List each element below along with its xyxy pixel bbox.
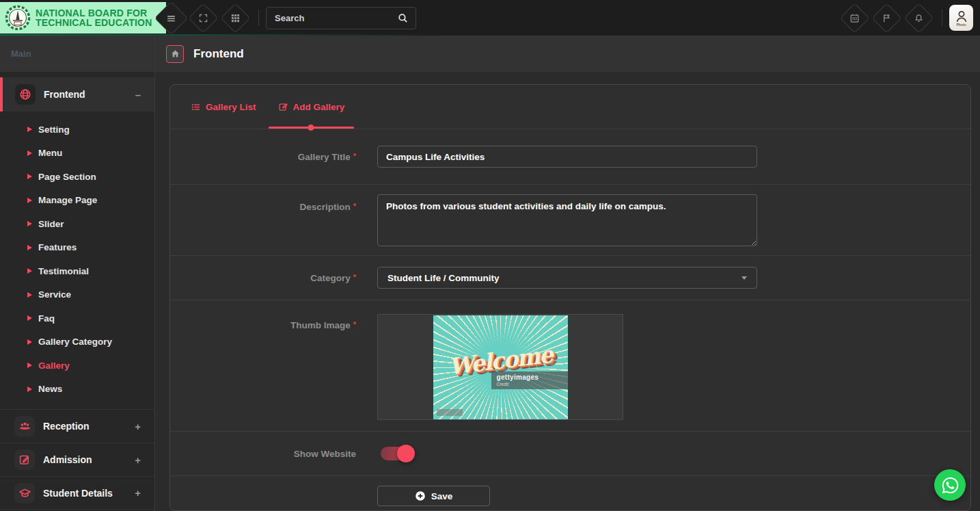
main-area: Frontend Gallery List Ad <box>155 36 980 511</box>
whatsapp-button[interactable] <box>934 469 966 501</box>
sidebar-item-menu[interactable]: Menu <box>0 142 154 166</box>
flag-button[interactable] <box>871 0 903 36</box>
brand-logo[interactable]: NATIONAL BOARD FOR TECHNICAL EDUCATION <box>0 2 166 34</box>
tabs: Gallery List Add Gallery <box>170 85 970 129</box>
topbar-left-icons <box>155 0 251 36</box>
sidebar-item-label: Frontend <box>44 89 85 100</box>
watermark: gettyimages Credit: <box>491 371 568 389</box>
calendar-button[interactable] <box>839 0 871 36</box>
expand-indicator[interactable]: + <box>135 487 141 499</box>
sidebar-item-testimonial[interactable]: Testimonial <box>0 259 154 283</box>
sidebar-item-gallery[interactable]: Gallery <box>0 354 154 378</box>
tab-gallery-list[interactable]: Gallery List <box>191 85 256 129</box>
chevron-down-icon <box>741 276 747 280</box>
caret-right-icon <box>27 339 32 345</box>
caret-right-icon <box>27 245 32 250</box>
required-marker: * <box>353 152 356 160</box>
caret-right-icon <box>27 292 32 298</box>
notifications-button[interactable] <box>903 0 935 36</box>
sidebar-item-setting[interactable]: Setting <box>0 118 154 142</box>
menu-icon <box>166 12 177 23</box>
category-label: Category* <box>170 273 356 283</box>
sidebar-item-label: Reception <box>43 421 90 432</box>
page-title: Frontend <box>193 47 244 61</box>
sidebar-item-page-section[interactable]: Page Section <box>0 165 154 189</box>
thumb-image-frame[interactable]: Welcome gettyimages Credit: <box>377 314 623 420</box>
plus-circle-icon <box>415 490 426 501</box>
avatar-caption: Photo <box>956 23 966 27</box>
sidebar-item-reception[interactable]: Reception + <box>0 409 154 443</box>
gallery-title-input[interactable] <box>377 146 757 168</box>
edit-icon <box>14 449 35 470</box>
whatsapp-icon <box>941 476 959 495</box>
required-marker: * <box>353 320 356 328</box>
person-icon <box>954 9 969 24</box>
expand-indicator[interactable]: + <box>135 421 141 432</box>
sidebar-item-slider[interactable]: Slider <box>0 212 154 236</box>
calendar-icon <box>849 13 860 23</box>
breadcrumb: Frontend <box>155 36 980 72</box>
category-selected-value: Student Life / Community <box>387 273 500 283</box>
home-icon <box>170 49 180 59</box>
show-website-toggle[interactable] <box>381 447 412 460</box>
bell-icon <box>914 13 924 23</box>
collapse-indicator[interactable]: – <box>135 89 141 101</box>
user-avatar[interactable]: Photo <box>949 5 973 31</box>
sidebar: Main Frontend – Setting Menu Page Sectio… <box>0 36 155 511</box>
form-row-gallery-title: Gallery Title* <box>170 129 970 185</box>
sidebar-item-manage-page[interactable]: Manage Page <box>0 189 154 213</box>
gallery-title-label: Gallery Title* <box>170 152 356 162</box>
list-icon <box>191 102 201 112</box>
sidebar-item-service[interactable]: Service <box>0 283 154 307</box>
search-box <box>266 7 416 29</box>
brand-emblem-icon <box>4 4 31 31</box>
save-button[interactable]: Save <box>377 486 490 506</box>
gallery-form-card: Gallery List Add Gallery Gallery Title* <box>169 84 971 511</box>
sidebar-item-student-details[interactable]: Student Details + <box>0 476 154 510</box>
watermark-chip <box>437 409 463 416</box>
save-label: Save <box>431 491 453 501</box>
form-row-description: Description* Photos from various student… <box>170 185 970 256</box>
caret-right-icon <box>27 268 32 274</box>
toggle-knob <box>397 445 415 462</box>
description-label: Description* <box>170 194 356 255</box>
topbar-right: Photo <box>839 0 980 36</box>
sidebar-item-news[interactable]: News <box>0 378 154 402</box>
sidebar-item-frontend[interactable]: Frontend – <box>0 77 154 112</box>
sidebar-section-label: Main <box>11 49 31 59</box>
sidebar-item-features[interactable]: Features <box>0 236 154 260</box>
sidebar-item-faq[interactable]: Faq <box>0 306 154 330</box>
thumb-image-preview: Welcome gettyimages Credit: <box>433 315 568 419</box>
brand-name: NATIONAL BOARD FOR TECHNICAL EDUCATION <box>36 8 152 28</box>
topbar-divider <box>258 10 259 26</box>
sidebar-item-admission[interactable]: Admission + <box>0 443 154 476</box>
home-button[interactable] <box>166 45 184 63</box>
sidebar-item-gallery-category[interactable]: Gallery Category <box>0 330 154 354</box>
sidebar-section-header: Main <box>0 36 154 72</box>
caret-right-icon <box>27 315 32 321</box>
topbar-divider <box>942 10 942 26</box>
tab-label: Gallery List <box>206 102 256 112</box>
apps-button[interactable] <box>219 0 251 36</box>
users-icon <box>14 416 35 436</box>
thumb-image-label: Thumb Image* <box>170 314 356 431</box>
menu-toggle-button[interactable] <box>155 0 187 36</box>
category-select[interactable]: Student Life / Community <box>377 267 757 289</box>
edit-icon <box>278 102 288 112</box>
globe-icon <box>15 84 36 105</box>
frontend-submenu: Setting Menu Page Section Manage Page Sl… <box>0 112 154 409</box>
tab-label: Add Gallery <box>293 102 345 112</box>
description-textarea[interactable]: Photos from various student activities a… <box>377 194 757 246</box>
search-icon[interactable] <box>397 12 409 24</box>
caret-right-icon <box>27 221 32 226</box>
tab-add-gallery[interactable]: Add Gallery <box>278 85 345 129</box>
caret-right-icon <box>27 198 32 203</box>
expand-indicator[interactable]: + <box>135 454 141 466</box>
caret-right-icon <box>27 150 32 156</box>
topbar: NATIONAL BOARD FOR TECHNICAL EDUCATION <box>0 0 980 36</box>
graduation-cap-icon <box>14 483 35 503</box>
form-row-save: Save <box>170 476 970 511</box>
caret-right-icon <box>27 386 32 392</box>
fullscreen-button[interactable] <box>187 0 219 36</box>
search-input[interactable] <box>275 13 397 23</box>
